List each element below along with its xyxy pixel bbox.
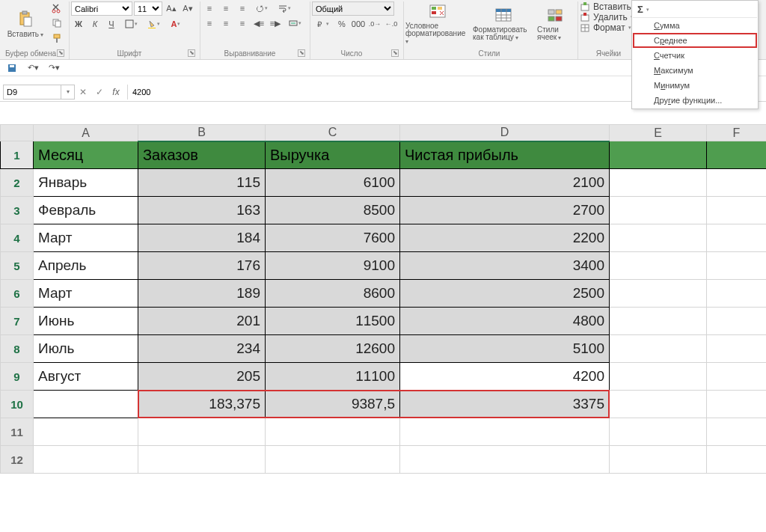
- cell-A4[interactable]: Март: [34, 224, 138, 252]
- cell-F2[interactable]: [707, 169, 767, 197]
- row-header-10[interactable]: 10: [1, 391, 34, 418]
- cell-E2[interactable]: [610, 169, 707, 197]
- cell-E4[interactable]: [610, 224, 707, 252]
- cell-E10[interactable]: [610, 391, 707, 418]
- cell-C6[interactable]: 8600: [266, 280, 400, 308]
- cell-C5[interactable]: 9100: [266, 252, 400, 280]
- col-header-E[interactable]: E: [610, 125, 707, 141]
- number-dialog-launcher[interactable]: ⬊: [391, 49, 399, 57]
- cell-A1[interactable]: Месяц: [34, 141, 138, 169]
- cell-A7[interactable]: Июнь: [34, 308, 138, 335]
- decrease-decimal-button[interactable]: ←.0: [384, 17, 399, 31]
- row-header-11[interactable]: 11: [1, 418, 34, 446]
- cell-C3[interactable]: 8500: [266, 197, 400, 224]
- row-header-9[interactable]: 9: [1, 363, 34, 391]
- cell-D4[interactable]: 2200: [400, 224, 610, 252]
- number-format-select[interactable]: Общий: [312, 1, 394, 16]
- cell-B9[interactable]: 205: [138, 363, 266, 391]
- conditional-formatting-button[interactable]: Условное форматирование: [405, 1, 470, 45]
- cell-D6[interactable]: 2500: [400, 280, 610, 308]
- spreadsheet[interactable]: A B C D E F 1 Месяц Заказов Выручка Чист…: [0, 124, 766, 474]
- cell-C10[interactable]: 9387,5: [266, 391, 400, 418]
- cell-D11[interactable]: [400, 418, 610, 446]
- format-as-table-button[interactable]: Форматировать как таблицу: [473, 1, 534, 45]
- decrease-font-button[interactable]: A▾: [180, 2, 195, 16]
- select-all-corner[interactable]: [1, 125, 34, 141]
- cell-B1[interactable]: Заказов: [138, 141, 266, 169]
- row-header-5[interactable]: 5: [1, 252, 34, 280]
- cut-button[interactable]: [49, 1, 64, 15]
- fill-color-button[interactable]: [143, 17, 164, 31]
- alignment-dialog-launcher[interactable]: ⬊: [298, 49, 305, 57]
- cell-F3[interactable]: [707, 197, 767, 224]
- cells-delete-button[interactable]: Удалить▾: [580, 12, 637, 22]
- autosum-average[interactable]: Среднее: [633, 33, 757, 48]
- cell-F7[interactable]: [707, 308, 767, 335]
- copy-button[interactable]: [49, 16, 64, 30]
- font-dialog-launcher[interactable]: ⬊: [188, 49, 195, 57]
- increase-font-button[interactable]: A▴: [164, 2, 179, 16]
- row-header-3[interactable]: 3: [1, 197, 34, 224]
- wrap-text-button[interactable]: [274, 1, 295, 15]
- cell-D3[interactable]: 2700: [400, 197, 610, 224]
- cell-F11[interactable]: [707, 418, 767, 446]
- cell-E5[interactable]: [610, 252, 707, 280]
- bold-button[interactable]: Ж: [71, 17, 86, 31]
- cell-B3[interactable]: 163: [138, 197, 266, 224]
- cell-A8[interactable]: Июль: [34, 335, 138, 363]
- cell-styles-button[interactable]: Стили ячеек: [537, 1, 573, 45]
- cell-C8[interactable]: 12600: [266, 335, 400, 363]
- fx-button[interactable]: fx: [108, 87, 124, 97]
- italic-button[interactable]: К: [88, 17, 102, 31]
- cell-F10[interactable]: [707, 391, 767, 418]
- cell-D2[interactable]: 2100: [400, 169, 610, 197]
- cell-A3[interactable]: Февраль: [34, 197, 138, 224]
- cell-D8[interactable]: 5100: [400, 335, 610, 363]
- cell-D10[interactable]: 3375: [400, 391, 610, 418]
- col-header-F[interactable]: F: [707, 125, 767, 141]
- cell-D1[interactable]: Чистая прибыль: [400, 141, 610, 169]
- cell-D12[interactable]: [400, 446, 610, 474]
- cell-A2[interactable]: Январь: [34, 169, 138, 197]
- cells-insert-button[interactable]: Вставить▾: [580, 1, 637, 12]
- row-header-2[interactable]: 2: [1, 169, 34, 197]
- cell-B8[interactable]: 234: [138, 335, 266, 363]
- row-header-4[interactable]: 4: [1, 224, 34, 252]
- autosum-min[interactable]: Минимум: [633, 78, 757, 93]
- cell-B7[interactable]: 201: [138, 308, 266, 335]
- accounting-format-button[interactable]: ₽: [312, 17, 333, 31]
- cell-B11[interactable]: [138, 418, 266, 446]
- name-box-dropdown[interactable]: ▾: [61, 85, 75, 100]
- cell-E6[interactable]: [610, 280, 707, 308]
- cell-C1[interactable]: Выручка: [266, 141, 400, 169]
- row-header-12[interactable]: 12: [1, 446, 34, 474]
- indent-inc-button[interactable]: ≡▶: [268, 16, 283, 30]
- cell-C9[interactable]: 11100: [266, 363, 400, 391]
- underline-button[interactable]: Ч: [104, 17, 119, 31]
- indent-dec-button[interactable]: ◀≡: [251, 16, 266, 30]
- cell-E3[interactable]: [610, 197, 707, 224]
- autosum-more[interactable]: Другие функции...: [633, 93, 757, 108]
- save-icon[interactable]: [4, 61, 19, 75]
- cell-F5[interactable]: [707, 252, 767, 280]
- paste-button[interactable]: Вставить: [4, 1, 46, 45]
- increase-decimal-button[interactable]: .0→: [367, 17, 382, 31]
- cell-D9[interactable]: 4200: [400, 363, 610, 391]
- cell-E1[interactable]: [610, 141, 707, 169]
- cell-F6[interactable]: [707, 280, 767, 308]
- row-header-8[interactable]: 8: [1, 335, 34, 363]
- cell-E7[interactable]: [610, 308, 707, 335]
- cell-D7[interactable]: 4800: [400, 308, 610, 335]
- align-middle-button[interactable]: ≡: [218, 1, 233, 15]
- cell-C7[interactable]: 11500: [266, 308, 400, 335]
- font-name-select[interactable]: Calibri: [71, 1, 132, 16]
- autosum-max[interactable]: Максимум: [633, 63, 757, 78]
- cell-E12[interactable]: [610, 446, 707, 474]
- undo-button[interactable]: ↶▾: [25, 61, 40, 75]
- font-size-select[interactable]: 11: [134, 1, 162, 16]
- cell-B10[interactable]: 183,375: [138, 391, 266, 418]
- col-header-A[interactable]: A: [34, 125, 138, 141]
- cell-C2[interactable]: 6100: [266, 169, 400, 197]
- cell-B12[interactable]: [138, 446, 266, 474]
- cell-F1[interactable]: [707, 141, 767, 169]
